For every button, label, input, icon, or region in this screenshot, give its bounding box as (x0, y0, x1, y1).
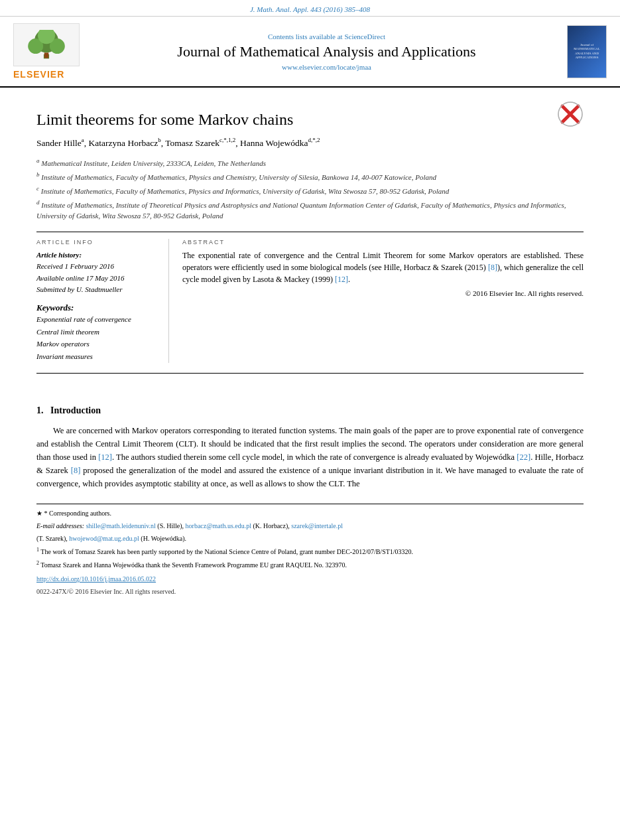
abstract-text: The exponential rate of convergence and … (182, 249, 584, 285)
footnote-1: 1 The work of Tomasz Szarek has been par… (36, 546, 584, 557)
page: J. Math. Anal. Appl. 443 (2016) 385–408 … (0, 0, 620, 840)
doi-line: http://dx.doi.org/10.1016/j.jmaa.2016.05… (36, 574, 584, 584)
affiliations: a Mathematical Institute, Leiden Univers… (36, 157, 584, 222)
authors-line: Sander Hillea, Katarzyna Horbaczb, Tomas… (36, 137, 584, 149)
abstract-panel: ABSTRACT The exponential rate of converg… (182, 239, 584, 363)
affil-c-text: Institute of Mathematics, Faculty of Mat… (41, 186, 450, 194)
article-meta-section: ARTICLE INFO Article history: Received 1… (36, 239, 584, 363)
copyright-notice: © 2016 Elsevier Inc. All rights reserved… (182, 289, 584, 297)
footnote-2: 2 Tomasz Szarek and Hanna Wojewódka than… (36, 559, 584, 570)
szarek-name: (T. Szarek), (36, 535, 69, 542)
section-number: 1. (36, 405, 44, 415)
title-row: Limit theorems for some Markov chains (36, 98, 584, 137)
section-title: Introduction (50, 405, 101, 415)
footnote-emails: E-mail addresses: shille@math.leidenuniv… (36, 521, 584, 531)
email-szarek[interactable]: szarek@intertale.pl (291, 522, 343, 529)
footnote-2-sup: 2 (36, 560, 39, 566)
keyword-1: Exponential rate of convergence (36, 313, 158, 326)
footnote-1-sup: 1 (36, 547, 39, 553)
elsevier-logo-image (13, 23, 80, 66)
affiliation-c: c Institute of Mathematics, Faculty of M… (36, 184, 584, 196)
affil-b-text: Institute of Mathematics, Faculty of Mat… (41, 173, 436, 180)
received-date: Received 1 February 2016 (36, 261, 158, 273)
footnote-star-label: ★ (36, 510, 44, 517)
article-history: Article history: Received 1 February 201… (36, 249, 158, 296)
email-hille[interactable]: shille@math.leidenuniv.nl (86, 522, 156, 529)
footnotes-area: ★ * Corresponding authors. E-mail addres… (36, 504, 584, 597)
elsevier-tree-icon (20, 30, 73, 60)
ref-8-body[interactable]: [8] (71, 466, 81, 475)
journal-url[interactable]: www.elsevier.com/locate/jmaa (93, 63, 560, 71)
ref-12[interactable]: [12] (335, 275, 348, 284)
footnote-star: ★ * Corresponding authors. (36, 508, 584, 518)
email-hille-name: (S. Hille), (157, 522, 185, 529)
article-title-text: Limit theorems for some Markov chains (36, 111, 293, 129)
keyword-2: Central limit theorem (36, 326, 158, 338)
spacer (36, 380, 584, 392)
ref-8[interactable]: [8] (488, 263, 497, 272)
affil-d-text: Institute of Mathematics, Institute of T… (36, 201, 566, 220)
affiliation-a: a Mathematical Institute, Leiden Univers… (36, 157, 584, 169)
journal-title-block: Contents lists available at ScienceDirec… (93, 33, 560, 71)
affiliation-b: b Institute of Mathematics, Faculty of M… (36, 171, 584, 182)
journal-reference: J. Math. Anal. Appl. 443 (2016) 385–408 (250, 5, 370, 13)
divider-after-affiliations (36, 232, 584, 232)
abstract-label: ABSTRACT (182, 239, 584, 245)
keywords-list: Exponential rate of convergence Central … (36, 313, 158, 363)
elsevier-logo: ELSEVIER (13, 23, 86, 80)
crossmark-icon[interactable] (557, 101, 584, 127)
main-content: Limit theorems for some Markov chains Sa… (0, 88, 620, 610)
history-label: Article history: (36, 249, 158, 261)
footnote-corresponding-text: * Corresponding authors. (44, 510, 111, 517)
ref-22-body[interactable]: [22] (517, 453, 530, 462)
email-wojewodka[interactable]: hwojewod@mat.ug.edu.pl (69, 535, 139, 542)
footnote-szarek-name: (T. Szarek), hwojewod@mat.ug.edu.pl (H. … (36, 533, 584, 543)
journal-reference-bar: J. Math. Anal. Appl. 443 (2016) 385–408 (0, 0, 620, 17)
journal-header: ELSEVIER Contents lists available at Sci… (0, 17, 620, 88)
journal-title: Journal of Mathematical Analysis and App… (93, 43, 560, 60)
article-info-label: ARTICLE INFO (36, 239, 158, 245)
sciencedirect-text[interactable]: ScienceDirect (344, 33, 385, 40)
article-info-panel: ARTICLE INFO Article history: Received 1… (36, 239, 169, 363)
elsevier-brand-text: ELSEVIER (13, 69, 86, 80)
keyword-4: Invariant measures (36, 350, 158, 363)
available-date: Available online 17 May 2016 (36, 273, 158, 285)
introduction-heading: 1. Introduction (36, 405, 584, 416)
journal-cover-text: Journal ofMATHEMATICALANALYSIS ANDAPPLIC… (572, 42, 601, 62)
keywords-label: Keywords: (36, 303, 158, 313)
introduction-section: 1. Introduction We are concerned with Ma… (36, 405, 584, 490)
divider-after-abstract (36, 373, 584, 374)
keywords-section: Keywords: Exponential rate of convergenc… (36, 303, 158, 363)
email-label: E-mail addresses: (36, 522, 84, 529)
footnote-2-text: Tomasz Szarek and Hanna Wojewódka thank … (40, 561, 347, 569)
journal-cover-image: Journal ofMATHEMATICALANALYSIS ANDAPPLIC… (567, 25, 607, 78)
email-horbacz-name: (K. Horbacz), (253, 522, 292, 529)
wojewodka-name: (H. Wojewódka). (141, 535, 186, 542)
submitted-by: Submitted by U. Stadtmueller (36, 284, 158, 296)
ref-12-body[interactable]: [12] (98, 453, 112, 462)
sciencedirect-link: Contents lists available at ScienceDirec… (93, 33, 560, 40)
contents-text: Contents lists available at (268, 33, 343, 40)
issn-text: 0022-247X/© 2016 Elsevier Inc. All right… (36, 587, 584, 596)
keyword-3: Markov operators (36, 338, 158, 350)
email-horbacz[interactable]: horbacz@math.us.edu.pl (186, 522, 251, 529)
footnote-1-text: The work of Tomasz Szarek has been partl… (40, 548, 413, 555)
svg-rect-5 (44, 52, 49, 58)
doi-link[interactable]: http://dx.doi.org/10.1016/j.jmaa.2016.05… (36, 575, 156, 583)
introduction-paragraph-1: We are concerned with Markov operators c… (36, 424, 584, 490)
journal-cover-thumbnail: Journal ofMATHEMATICALANALYSIS ANDAPPLIC… (567, 25, 607, 78)
affil-a-text: Mathematical Institute, Leiden Universit… (41, 159, 266, 167)
article-title: Limit theorems for some Markov chains (36, 98, 293, 137)
affiliation-d: d Institute of Mathematics, Institute of… (36, 198, 584, 222)
